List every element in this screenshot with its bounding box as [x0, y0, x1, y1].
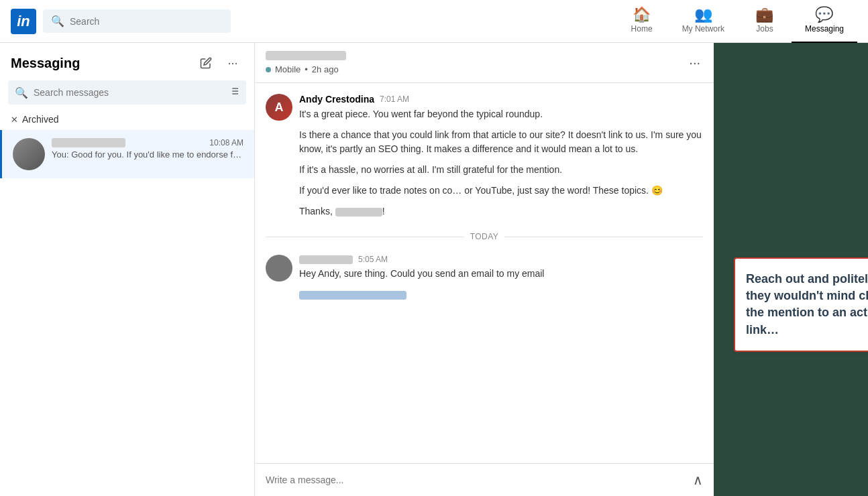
status-separator: •: [305, 64, 308, 74]
annotation-text: Reach out and politely ask if they would…: [746, 272, 868, 336]
message2-content: 5:05 AM Hey Andy, sure thing. Could you …: [299, 255, 703, 302]
msg-para-1: It's a great piece. You went far beyond …: [299, 107, 703, 121]
archived-label: Archived: [22, 114, 58, 125]
msg-para-2: Is there a chance that you could link fr…: [299, 128, 703, 156]
nav-label-messaging: Messaging: [805, 24, 844, 34]
sender-name: Andy Crestodina: [299, 94, 374, 105]
nav-item-messaging[interactable]: 💬 Messaging: [792, 0, 857, 43]
avatar: [13, 138, 45, 170]
conversation-item[interactable]: 10:08 AM You: Good for you. If you'd lik…: [0, 130, 254, 178]
chat-more-button[interactable]: ···: [686, 52, 703, 73]
chat-messages: A Andy Crestodina 7:01 AM It's a great p…: [255, 83, 714, 463]
conv-top: 10:08 AM: [52, 138, 243, 147]
expand-icon[interactable]: ∧: [693, 472, 703, 488]
sidebar-icons: ···: [195, 52, 243, 74]
conv-content: 10:08 AM You: Good for you. If you'd lik…: [52, 138, 243, 161]
search-messages-input[interactable]: [34, 87, 223, 98]
emoji-grin: 😊: [651, 185, 663, 196]
search-messages-bar[interactable]: 🔍: [8, 80, 246, 105]
sidebar-title: Messaging: [11, 56, 80, 71]
chat-status: Mobile • 2h ago: [266, 64, 346, 74]
message-block-2: 5:05 AM Hey Andy, sure thing. Could you …: [266, 255, 703, 302]
messaging-icon: 💬: [815, 7, 833, 22]
sender-avatar: A: [266, 94, 292, 121]
more-options-button[interactable]: ···: [222, 52, 243, 74]
message-input-area: ∧: [255, 463, 714, 496]
top-nav: in 🔍 🏠 Home 👥 My Network 💼 Jobs 💬 Messag…: [0, 0, 868, 43]
compose-button[interactable]: [195, 52, 217, 74]
chat-panel: Mobile • 2h ago ··· A Andy Crestodina 7:…: [255, 43, 714, 496]
conversation-list: 10:08 AM You: Good for you. If you'd lik…: [0, 130, 254, 496]
avatar-placeholder: [13, 138, 45, 170]
sidebar-header: Messaging ···: [0, 43, 254, 80]
message-content: Andy Crestodina 7:01 AM It's a great pie…: [299, 94, 703, 219]
chat-header: Mobile • 2h ago ···: [255, 43, 714, 83]
message-header: Andy Crestodina 7:01 AM: [299, 94, 703, 105]
message-text: It's a great piece. You went far beyond …: [299, 107, 703, 219]
conv-time: 10:08 AM: [209, 138, 243, 147]
online-status-dot: [266, 67, 271, 72]
search-bar[interactable]: 🔍: [43, 9, 231, 33]
nav-item-network[interactable]: 👥 My Network: [669, 0, 738, 43]
nav-label-home: Home: [631, 24, 653, 34]
message-time: 7:01 AM: [380, 95, 409, 104]
conv-preview: You: Good for you. If you'd like me to e…: [52, 149, 243, 161]
archived-row[interactable]: ✕ Archived: [0, 110, 254, 130]
nav-label-network: My Network: [682, 24, 724, 34]
message2-time: 5:05 AM: [358, 255, 388, 264]
jobs-icon: 💼: [755, 7, 773, 22]
message-input[interactable]: [266, 475, 693, 485]
nav-item-jobs[interactable]: 💼 Jobs: [738, 0, 792, 43]
msg2-para-1: Hey Andy, sure thing. Could you send an …: [299, 267, 703, 281]
message2-text: Hey Andy, sure thing. Could you send an …: [299, 267, 703, 302]
conv-name-blurred: [52, 138, 125, 147]
thanks-name-blurred: [335, 208, 382, 216]
close-icon: ✕: [11, 115, 18, 125]
status-label: Mobile: [275, 64, 301, 74]
date-divider: TODAY: [266, 227, 703, 247]
search-messages-icon: 🔍: [15, 86, 28, 99]
messaging-sidebar: Messaging ··· 🔍: [0, 43, 255, 496]
ellipsis-icon: ···: [227, 56, 237, 70]
linkedin-logo-text: in: [17, 14, 30, 29]
msg-para-3: If it's a hassle, no worries at all. I'm…: [299, 163, 703, 177]
home-icon: 🏠: [633, 7, 651, 22]
nav-item-home[interactable]: 🏠 Home: [615, 0, 669, 43]
time-ago-label: 2h ago: [312, 64, 339, 74]
msg2-email-blurred: [299, 288, 703, 302]
chat-name-blurred: [266, 51, 346, 60]
nav-items: 🏠 Home 👥 My Network 💼 Jobs 💬 Messaging: [615, 0, 857, 43]
message-block: A Andy Crestodina 7:01 AM It's a great p…: [266, 94, 703, 219]
main-layout: Messaging ··· 🔍: [0, 43, 868, 496]
search-input[interactable]: [70, 16, 223, 27]
msg-para-4: If you'd ever like to trade notes on co……: [299, 184, 703, 198]
message2-header: 5:05 AM: [299, 255, 703, 264]
annotation-box: Reach out and politely ask if they would…: [734, 257, 868, 352]
chat-header-info: Mobile • 2h ago: [266, 51, 346, 74]
sender2-name-blurred: [299, 255, 353, 264]
sender2-avatar: [266, 255, 292, 282]
filter-icon[interactable]: [229, 86, 239, 99]
search-icon: 🔍: [51, 15, 64, 27]
nav-label-jobs: Jobs: [756, 24, 773, 34]
linkedin-logo[interactable]: in: [11, 9, 36, 34]
msg-thanks: Thanks, !: [299, 204, 703, 219]
network-icon: 👥: [694, 7, 712, 22]
